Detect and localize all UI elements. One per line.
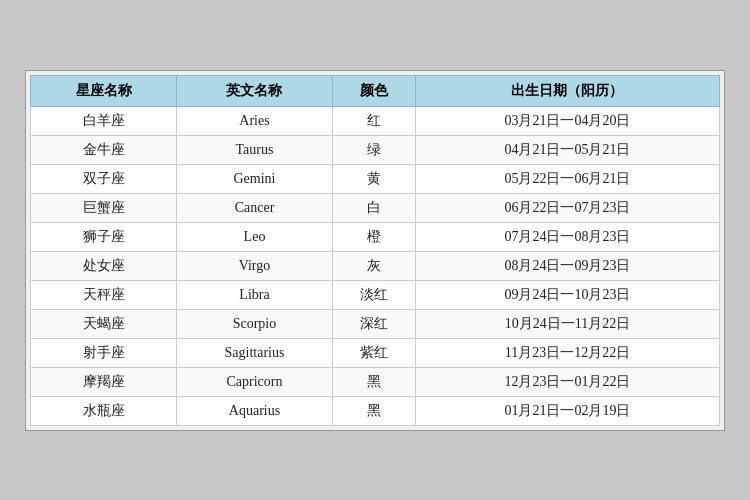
cell-10-1: Aquarius xyxy=(177,396,332,425)
cell-7-2: 深红 xyxy=(332,309,415,338)
cell-1-0: 金牛座 xyxy=(31,135,177,164)
table-row: 射手座Sagittarius紫红11月23日一12月22日 xyxy=(31,338,720,367)
cell-0-2: 红 xyxy=(332,106,415,135)
cell-5-0: 处女座 xyxy=(31,251,177,280)
cell-2-0: 双子座 xyxy=(31,164,177,193)
cell-7-1: Scorpio xyxy=(177,309,332,338)
cell-10-2: 黑 xyxy=(332,396,415,425)
cell-1-2: 绿 xyxy=(332,135,415,164)
col-header-chinese: 星座名称 xyxy=(31,75,177,106)
table-row: 处女座Virgo灰08月24日一09月23日 xyxy=(31,251,720,280)
cell-3-3: 06月22日一07月23日 xyxy=(415,193,719,222)
cell-0-3: 03月21日一04月20日 xyxy=(415,106,719,135)
cell-10-3: 01月21日一02月19日 xyxy=(415,396,719,425)
zodiac-table: 星座名称 英文名称 颜色 出生日期（阳历） 白羊座Aries红03月21日一04… xyxy=(30,75,720,426)
cell-0-0: 白羊座 xyxy=(31,106,177,135)
cell-1-3: 04月21日一05月21日 xyxy=(415,135,719,164)
cell-9-0: 摩羯座 xyxy=(31,367,177,396)
cell-5-1: Virgo xyxy=(177,251,332,280)
cell-2-3: 05月22日一06月21日 xyxy=(415,164,719,193)
cell-9-2: 黑 xyxy=(332,367,415,396)
cell-8-1: Sagittarius xyxy=(177,338,332,367)
cell-4-1: Leo xyxy=(177,222,332,251)
cell-6-3: 09月24日一10月23日 xyxy=(415,280,719,309)
cell-3-2: 白 xyxy=(332,193,415,222)
cell-4-0: 狮子座 xyxy=(31,222,177,251)
cell-8-2: 紫红 xyxy=(332,338,415,367)
col-header-english: 英文名称 xyxy=(177,75,332,106)
table-row: 水瓶座Aquarius黑01月21日一02月19日 xyxy=(31,396,720,425)
table-row: 巨蟹座Cancer白06月22日一07月23日 xyxy=(31,193,720,222)
cell-4-3: 07月24日一08月23日 xyxy=(415,222,719,251)
table-header-row: 星座名称 英文名称 颜色 出生日期（阳历） xyxy=(31,75,720,106)
cell-0-1: Aries xyxy=(177,106,332,135)
col-header-color: 颜色 xyxy=(332,75,415,106)
cell-6-0: 天秤座 xyxy=(31,280,177,309)
cell-6-1: Libra xyxy=(177,280,332,309)
cell-2-2: 黄 xyxy=(332,164,415,193)
cell-5-2: 灰 xyxy=(332,251,415,280)
cell-10-0: 水瓶座 xyxy=(31,396,177,425)
table-row: 双子座Gemini黄05月22日一06月21日 xyxy=(31,164,720,193)
cell-3-0: 巨蟹座 xyxy=(31,193,177,222)
table-row: 白羊座Aries红03月21日一04月20日 xyxy=(31,106,720,135)
table-row: 天蝎座Scorpio深红10月24日一11月22日 xyxy=(31,309,720,338)
cell-6-2: 淡红 xyxy=(332,280,415,309)
col-header-dates: 出生日期（阳历） xyxy=(415,75,719,106)
cell-7-3: 10月24日一11月22日 xyxy=(415,309,719,338)
cell-8-0: 射手座 xyxy=(31,338,177,367)
cell-1-1: Taurus xyxy=(177,135,332,164)
table-row: 狮子座Leo橙07月24日一08月23日 xyxy=(31,222,720,251)
table-row: 摩羯座Capricorn黑12月23日一01月22日 xyxy=(31,367,720,396)
cell-2-1: Gemini xyxy=(177,164,332,193)
cell-5-3: 08月24日一09月23日 xyxy=(415,251,719,280)
cell-7-0: 天蝎座 xyxy=(31,309,177,338)
table-wrapper: 星座名称 英文名称 颜色 出生日期（阳历） 白羊座Aries红03月21日一04… xyxy=(25,70,725,431)
cell-4-2: 橙 xyxy=(332,222,415,251)
table-row: 天秤座Libra淡红09月24日一10月23日 xyxy=(31,280,720,309)
cell-8-3: 11月23日一12月22日 xyxy=(415,338,719,367)
cell-3-1: Cancer xyxy=(177,193,332,222)
cell-9-3: 12月23日一01月22日 xyxy=(415,367,719,396)
cell-9-1: Capricorn xyxy=(177,367,332,396)
table-row: 金牛座Taurus绿04月21日一05月21日 xyxy=(31,135,720,164)
